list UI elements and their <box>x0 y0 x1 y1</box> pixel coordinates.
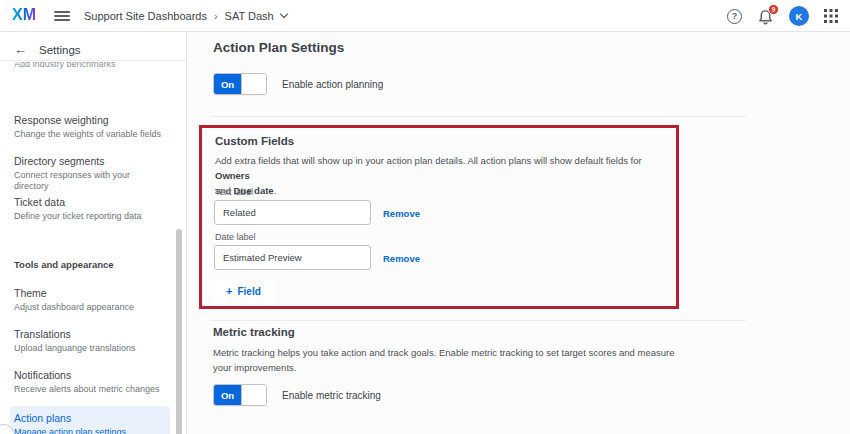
desc-text: . <box>274 185 277 196</box>
date-label-field-label: Date label <box>215 232 256 242</box>
nav-item-desc: Manage action plan settings <box>14 427 170 434</box>
settings-sidebar: ← Settings Add industry benchmarks Respo… <box>0 32 187 434</box>
toggle-on-label: On <box>214 74 241 94</box>
metric-tracking-description: Metric tracking helps you take action an… <box>213 345 683 375</box>
notification-badge: 9 <box>768 4 779 15</box>
nav-item-label: Translations <box>14 328 164 340</box>
sidebar-item-translations[interactable]: Translations Upload languange translatio… <box>14 328 164 354</box>
sidebar-item-notifications[interactable]: Notifications Receive alerts about metri… <box>14 369 164 395</box>
enable-metric-tracking-label: Enable metric tracking <box>282 390 381 401</box>
apps-grid-icon[interactable] <box>824 9 838 23</box>
section-divider <box>211 116 746 117</box>
remove-text-field-link[interactable]: Remove <box>383 208 420 219</box>
toggle-handle <box>241 385 266 405</box>
breadcrumb-root[interactable]: Support Site Dashboards <box>84 10 207 22</box>
text-label-input[interactable] <box>214 200 371 225</box>
notifications-button[interactable]: 9 <box>757 8 774 25</box>
sidebar-item-directory-segments[interactable]: Directory segments Connect responses wit… <box>14 155 164 192</box>
sidebar-item-action-plans[interactable]: Action plans Manage action plan settings <box>10 406 170 434</box>
xm-logo[interactable]: XM <box>12 6 36 24</box>
topbar: XM Support Site Dashboards › SAT Dash ? … <box>0 0 850 32</box>
sidebar-section-tools-and-appearance: Tools and appearance <box>14 259 114 270</box>
toggle-on-label: On <box>214 385 241 405</box>
sidebar-item-theme[interactable]: Theme Adjust dashboard appearance <box>14 287 164 313</box>
sidebar-item-clipped[interactable]: Add industry benchmarks <box>14 62 116 71</box>
nav-item-desc: Change the weights of variable fields <box>14 129 164 140</box>
remove-date-field-link[interactable]: Remove <box>383 253 420 264</box>
nav-item-label: Directory segments <box>14 155 164 167</box>
plus-icon: + <box>226 285 232 297</box>
date-label-input[interactable] <box>214 245 371 270</box>
help-icon[interactable]: ? <box>727 9 742 24</box>
custom-fields-description: Add extra fields that will show up in yo… <box>215 153 675 198</box>
add-field-label: Field <box>237 286 260 297</box>
chevron-down-icon[interactable] <box>279 10 287 18</box>
sidebar-scrollbar[interactable] <box>176 229 182 434</box>
nav-item-desc: Adjust dashboard appearance <box>14 302 164 313</box>
section-divider <box>211 320 746 321</box>
back-arrow-icon: ← <box>14 42 27 57</box>
enable-action-planning-label: Enable action planning <box>282 79 383 90</box>
page-title: Action Plan Settings <box>213 40 344 55</box>
desc-text: Metric tracking helps you take action an… <box>213 347 675 358</box>
nav-item-desc: Upload languange translations <box>14 343 164 354</box>
desc-text: Add extra fields that will show up in yo… <box>215 155 642 166</box>
nav-item-desc: Define your ticket reporting data <box>14 211 164 222</box>
settings-nav-list: Add industry benchmarks Response weighti… <box>0 60 186 434</box>
hamburger-menu-icon[interactable] <box>54 11 70 21</box>
avatar[interactable]: K <box>789 6 809 26</box>
breadcrumb: Support Site Dashboards › SAT Dash <box>84 0 287 32</box>
nav-item-label: Theme <box>14 287 164 299</box>
sidebar-item-ticket-data[interactable]: Ticket data Define your ticket reporting… <box>14 196 164 222</box>
metric-tracking-heading: Metric tracking <box>213 326 295 338</box>
desc-bold-owners: Owners <box>215 170 250 181</box>
nav-item-desc: Receive alerts about metric changes <box>14 384 164 395</box>
custom-fields-heading: Custom Fields <box>215 135 294 147</box>
nav-item-label: Action plans <box>14 412 170 424</box>
enable-action-planning-toggle[interactable]: On <box>213 73 267 95</box>
nav-item-label: Response weighting <box>14 114 164 126</box>
enable-metric-tracking-toggle[interactable]: On <box>213 384 267 406</box>
breadcrumb-current[interactable]: SAT Dash <box>225 10 274 22</box>
action-plan-settings-panel: Action Plan Settings On Enable action pl… <box>188 32 850 434</box>
sidebar-title: Settings <box>39 44 81 56</box>
back-to-settings[interactable]: ← Settings <box>14 42 81 57</box>
nav-item-label: Notifications <box>14 369 164 381</box>
nav-item-desc: Connect responses with your directory <box>14 170 164 192</box>
add-field-button[interactable]: + Field <box>214 279 273 303</box>
text-label-field-label: Text label <box>215 187 253 197</box>
toggle-handle <box>241 74 266 94</box>
sidebar-item-response-weighting[interactable]: Response weighting Change the weights of… <box>14 114 164 140</box>
topbar-actions: ? 9 K <box>727 0 838 32</box>
desc-text: your improvements. <box>213 362 296 373</box>
nav-item-label: Ticket data <box>14 196 164 208</box>
breadcrumb-separator-icon: › <box>214 10 218 22</box>
